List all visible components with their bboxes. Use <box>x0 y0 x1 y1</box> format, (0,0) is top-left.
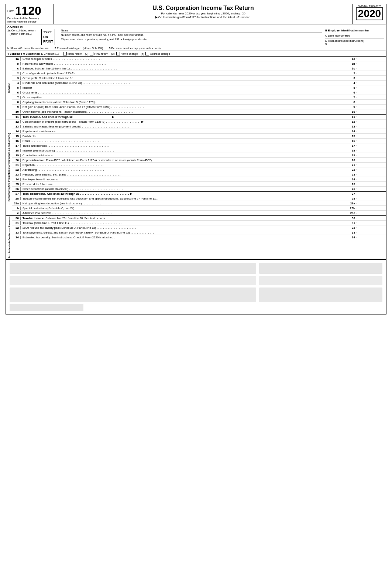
income-side-label: Income <box>6 57 12 119</box>
line-desc-4: Dividends and inclusions (Schedule C, li… <box>21 81 347 85</box>
line-desc-1b: Returns and allowances . . . . . . . . .… <box>21 62 347 66</box>
checkbox-initial[interactable] <box>63 52 67 55</box>
line-ref-21: 21 <box>347 163 357 167</box>
line-num-31: 31 <box>12 221 21 225</box>
line-amount-24 <box>357 179 386 180</box>
table-row: 31 Total tax (Schedule J, Part I, line 1… <box>12 221 386 225</box>
line-ref-29b: 29b <box>347 207 357 210</box>
firm-ein-blurred <box>259 288 382 302</box>
dept-line2: Internal Revenue Service <box>7 20 52 23</box>
line-ref-32: 32 <box>347 226 357 229</box>
line-ref-2: 2 <box>347 72 357 75</box>
line-desc-6: Gross rents . . . . . . . . . . . . . . … <box>21 91 347 95</box>
form-footer-blurred <box>10 304 83 311</box>
check-2-label: (2) <box>85 52 88 55</box>
line-amount-1b <box>357 63 386 64</box>
line-ref-30: 30 <box>347 217 357 220</box>
line-amount-29c <box>357 213 386 214</box>
line-ref-12: 12 <box>347 120 357 123</box>
line-ref-1b: 1b <box>347 62 357 65</box>
table-row: 27 Total deductions. Add lines 12 throug… <box>12 191 386 196</box>
line-num-30: 30 <box>12 217 21 220</box>
form-1120: Form 1120 Department of the Treasury Int… <box>6 4 386 314</box>
table-row: 33 Total payments, credits, and section … <box>12 230 386 235</box>
line-num-6: 6 <box>12 91 21 94</box>
line-amount-8 <box>357 102 386 102</box>
line-num-3: 3 <box>12 76 21 80</box>
line-num-9: 9 <box>12 105 21 109</box>
line-amount-10 <box>357 111 386 112</box>
line-desc-33: Total payments, credits, and section 965… <box>21 231 347 235</box>
tax-side-label: Tax, Refundable Credits, and Payments <box>6 216 12 259</box>
header-center: U.S. Corporation Income Tax Return For c… <box>54 4 353 24</box>
omb-text: OMB No. 1545-0123 <box>358 5 381 7</box>
line-num-4: 4 <box>12 81 21 85</box>
city-label: City or town, state or province, country… <box>61 38 322 41</box>
line-amount-4 <box>357 82 386 83</box>
line-desc-11: Total income. Add lines 3 through 10 ▶ <box>21 115 347 119</box>
line-desc-17: Taxes and licenses . . . . . . . . . . .… <box>21 144 347 148</box>
table-row: 12 Compensation of officers (see instruc… <box>12 119 386 124</box>
table-row: 30 Taxable income. Subtract line 29c fro… <box>12 216 386 221</box>
line-ref-26: 26 <box>347 187 357 191</box>
type-or-print: TYPEORPRINT <box>40 29 56 46</box>
line-num-10: 10 <box>12 110 21 113</box>
table-row: 7 Gross royalties . . . . . . . . . . . … <box>12 95 386 100</box>
table-row: 4 Dividends and inclusions (Schedule C, … <box>12 81 386 85</box>
line-desc-31: Total tax (Schedule J, Part I, line 11) … <box>21 221 347 225</box>
line-num-15: 15 <box>12 135 21 138</box>
form-header: Form 1120 Department of the Treasury Int… <box>6 4 386 24</box>
line-ref-4: 4 <box>347 81 357 85</box>
checkbox-final[interactable] <box>90 52 93 55</box>
income-section: Income 1a Gross receipts or sales . . . … <box>6 57 386 119</box>
line-num-29a: 29a <box>12 202 21 205</box>
line-ref-6: 6 <box>347 91 357 94</box>
line-ref-7: 7 <box>347 96 357 99</box>
line-amount-14 <box>357 131 386 132</box>
line-amount-29b <box>357 208 386 208</box>
schedule-row: 4 Schedule M-3 attached E Check if: (1) … <box>6 51 386 57</box>
table-row: 15 Bad debts . . . . . . . . . . . . . .… <box>12 134 386 139</box>
line-amount-7 <box>357 97 386 98</box>
line-amount-3 <box>357 78 386 78</box>
line-amount-6 <box>357 92 386 93</box>
line-ref-17: 17 <box>347 144 357 147</box>
table-row: 26 Other deductions (attach statement) .… <box>12 187 386 191</box>
line-num-29b: b <box>12 207 21 210</box>
line-ref-25: 25 <box>347 183 357 186</box>
table-row: 23 Pension, profit-sharing, etc., plans … <box>12 172 386 177</box>
line-amount-21 <box>357 164 386 165</box>
line-desc-26: Other deductions (attach statement) . . … <box>21 187 347 191</box>
line-ref-28: 28 <box>347 197 357 200</box>
line-num-25: 25 <box>12 183 21 186</box>
table-row: 2 Cost of goods sold (attach Form 1125-A… <box>12 71 386 76</box>
line-amount-34 <box>357 237 386 238</box>
line-desc-1a: Gross receipts or sales . . . . . . . . … <box>21 57 347 61</box>
line-num-1c: c <box>12 67 21 70</box>
line-num-7: 7 <box>12 96 21 99</box>
date-blurred <box>259 263 382 274</box>
check-b: b Life/nonlife consoli-dated return . . <box>7 47 52 50</box>
line-num-1a: 1a <box>12 57 21 61</box>
line-desc-16: Rents . . . . . . . . . . . . . . . . . … <box>21 139 347 143</box>
table-row: 22 Advertising . . . . . . . . . . . . .… <box>12 167 386 172</box>
line-amount-31 <box>357 222 386 223</box>
line-ref-15: 15 <box>347 135 357 138</box>
line-desc-30: Taxable income. Subtract line 29c from l… <box>21 216 347 220</box>
table-row: 3 Gross profit. Subtract line 2 from lin… <box>12 76 386 81</box>
header-right: OMB No. 1545-0123 2020 <box>353 4 386 24</box>
name-change-label: Name change <box>121 52 138 55</box>
line-num-16: 16 <box>12 139 21 143</box>
checkbox-name-change[interactable] <box>116 52 120 55</box>
preparer-blurred <box>10 276 256 285</box>
line-num-23: 23 <box>12 173 21 176</box>
line-num-29c: c <box>12 211 21 215</box>
line-desc-19: Charitable contributions . . . . . . . .… <box>21 153 347 157</box>
line-desc-18: Interest (see instructions) . . . . . . … <box>21 149 347 153</box>
line-desc-12: Compensation of officers (see instructio… <box>21 120 347 124</box>
line-num-8: 8 <box>12 101 21 104</box>
line-desc-22: Advertising . . . . . . . . . . . . . . … <box>21 168 347 172</box>
line-amount-1a <box>357 58 386 59</box>
checkbox-address-change[interactable] <box>145 52 149 55</box>
schedule-label: 4 Schedule M-3 attached <box>7 52 40 55</box>
